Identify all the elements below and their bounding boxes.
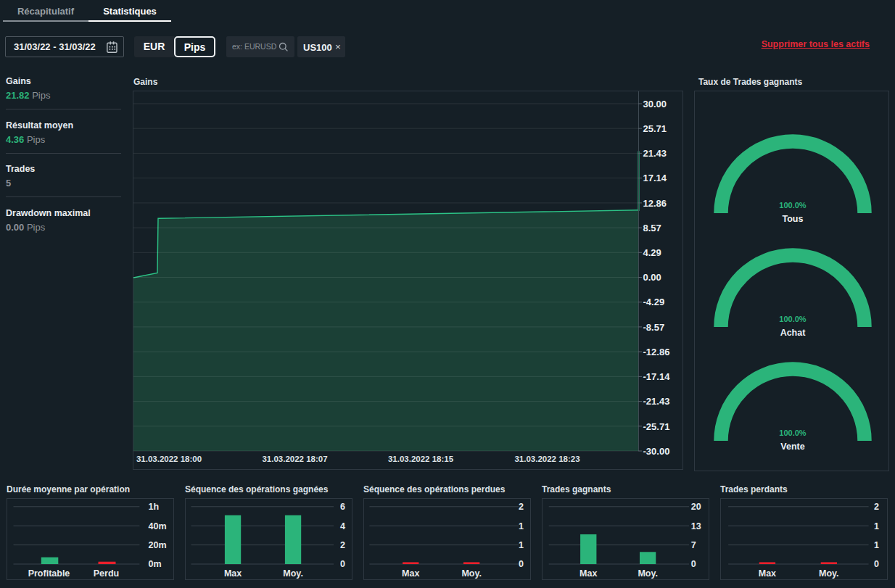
svg-text:Moy.: Moy.	[283, 568, 303, 579]
svg-text:17.14: 17.14	[643, 173, 667, 183]
svg-text:12.86: 12.86	[643, 198, 667, 209]
svg-text:2: 2	[340, 540, 345, 550]
svg-text:1: 1	[874, 540, 879, 550]
svg-text:-21.43: -21.43	[643, 396, 670, 407]
svg-text:30.00: 30.00	[643, 99, 667, 109]
svg-text:4: 4	[340, 521, 345, 531]
svg-text:Moy.: Moy.	[461, 568, 482, 579]
svg-text:1: 1	[874, 521, 879, 531]
svg-text:0.00: 0.00	[643, 272, 661, 283]
svg-text:1: 1	[519, 540, 524, 550]
svg-text:-12.86: -12.86	[643, 347, 670, 357]
svg-text:-25.71: -25.71	[643, 421, 670, 432]
svg-text:1h: 1h	[149, 502, 160, 512]
svg-text:-8.57: -8.57	[643, 322, 665, 333]
svg-text:-30.00: -30.00	[643, 446, 670, 457]
svg-text:6: 6	[340, 502, 345, 512]
svg-text:4.29: 4.29	[643, 247, 661, 258]
svg-text:Profitable: Profitable	[28, 568, 70, 579]
svg-text:2: 2	[874, 502, 879, 512]
svg-text:21.43: 21.43	[643, 148, 667, 159]
svg-text:20: 20	[691, 502, 701, 512]
svg-text:0: 0	[519, 559, 524, 569]
svg-text:25.71: 25.71	[643, 123, 667, 134]
svg-text:-17.14: -17.14	[643, 371, 671, 382]
svg-text:Moy.: Moy.	[638, 568, 658, 579]
svg-text:Max: Max	[224, 568, 242, 579]
svg-text:Max: Max	[580, 568, 597, 579]
svg-text:1: 1	[519, 521, 524, 531]
svg-text:Perdu: Perdu	[94, 568, 119, 579]
svg-text:0: 0	[874, 559, 879, 569]
svg-text:0: 0	[691, 559, 696, 569]
svg-text:0m: 0m	[149, 559, 162, 569]
svg-text:2: 2	[519, 502, 524, 512]
svg-text:7: 7	[691, 540, 696, 550]
svg-text:Max: Max	[402, 568, 419, 579]
svg-text:40m: 40m	[149, 521, 167, 531]
svg-text:20m: 20m	[149, 540, 167, 550]
svg-text:0: 0	[340, 559, 345, 569]
svg-text:Moy.: Moy.	[819, 568, 839, 579]
svg-text:13: 13	[691, 521, 701, 531]
svg-text:8.57: 8.57	[643, 223, 661, 233]
svg-text:Max: Max	[759, 568, 776, 579]
svg-text:-4.29: -4.29	[643, 297, 665, 307]
